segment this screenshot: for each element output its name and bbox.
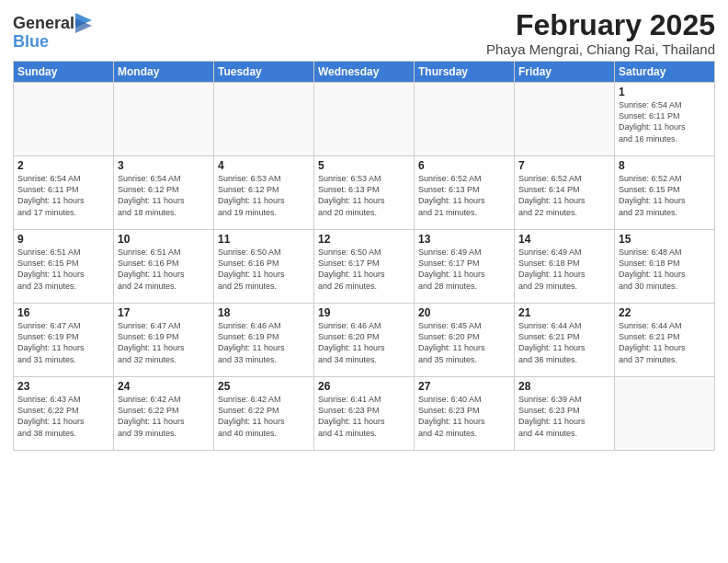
day-number: 6 <box>418 159 510 172</box>
table-row: 16Sunrise: 6:47 AM Sunset: 6:19 PM Dayli… <box>14 304 114 377</box>
calendar-header-row: Sunday Monday Tuesday Wednesday Thursday… <box>14 62 715 83</box>
col-wednesday: Wednesday <box>314 62 415 83</box>
table-row: 4Sunrise: 6:53 AM Sunset: 6:12 PM Daylig… <box>214 156 314 230</box>
col-sunday: Sunday <box>14 62 114 83</box>
day-info: Sunrise: 6:52 AM Sunset: 6:14 PM Dayligh… <box>518 173 610 218</box>
table-row: 2Sunrise: 6:54 AM Sunset: 6:11 PM Daylig… <box>14 156 114 230</box>
day-info: Sunrise: 6:52 AM Sunset: 6:15 PM Dayligh… <box>619 173 711 218</box>
table-row: 14Sunrise: 6:49 AM Sunset: 6:18 PM Dayli… <box>515 230 615 304</box>
calendar-week-row: 16Sunrise: 6:47 AM Sunset: 6:19 PM Dayli… <box>14 304 715 377</box>
table-row: 8Sunrise: 6:52 AM Sunset: 6:15 PM Daylig… <box>615 156 715 230</box>
day-info: Sunrise: 6:45 AM Sunset: 6:20 PM Dayligh… <box>418 320 510 365</box>
day-number: 16 <box>17 306 109 319</box>
day-number: 2 <box>17 159 109 172</box>
day-info: Sunrise: 6:47 AM Sunset: 6:19 PM Dayligh… <box>17 320 109 365</box>
day-number: 3 <box>118 159 210 172</box>
header: General Blue February 2025 Phaya Mengrai… <box>13 9 715 57</box>
table-row: 19Sunrise: 6:46 AM Sunset: 6:20 PM Dayli… <box>314 304 415 377</box>
day-number: 13 <box>418 233 510 246</box>
col-saturday: Saturday <box>615 62 715 83</box>
day-number: 23 <box>17 380 109 393</box>
day-info: Sunrise: 6:46 AM Sunset: 6:19 PM Dayligh… <box>218 320 310 365</box>
table-row: 17Sunrise: 6:47 AM Sunset: 6:19 PM Dayli… <box>114 304 214 377</box>
day-info: Sunrise: 6:42 AM Sunset: 6:22 PM Dayligh… <box>218 394 310 439</box>
table-row: 20Sunrise: 6:45 AM Sunset: 6:20 PM Dayli… <box>415 304 515 377</box>
table-row <box>214 83 314 156</box>
table-row <box>314 83 415 156</box>
calendar-week-row: 2Sunrise: 6:54 AM Sunset: 6:11 PM Daylig… <box>14 156 715 230</box>
day-info: Sunrise: 6:46 AM Sunset: 6:20 PM Dayligh… <box>318 320 410 365</box>
day-info: Sunrise: 6:44 AM Sunset: 6:21 PM Dayligh… <box>619 320 711 365</box>
table-row: 25Sunrise: 6:42 AM Sunset: 6:22 PM Dayli… <box>214 377 314 451</box>
table-row: 26Sunrise: 6:41 AM Sunset: 6:23 PM Dayli… <box>314 377 415 451</box>
calendar-week-row: 1Sunrise: 6:54 AM Sunset: 6:11 PM Daylig… <box>14 83 715 156</box>
day-number: 5 <box>318 159 410 172</box>
title-block: February 2025 Phaya Mengrai, Chiang Rai,… <box>486 9 715 57</box>
day-number: 17 <box>118 306 210 319</box>
col-tuesday: Tuesday <box>214 62 314 83</box>
table-row <box>615 377 715 451</box>
table-row <box>415 83 515 156</box>
day-info: Sunrise: 6:40 AM Sunset: 6:23 PM Dayligh… <box>418 394 510 439</box>
day-info: Sunrise: 6:53 AM Sunset: 6:13 PM Dayligh… <box>318 173 410 218</box>
day-info: Sunrise: 6:44 AM Sunset: 6:21 PM Dayligh… <box>518 320 610 365</box>
col-friday: Friday <box>515 62 615 83</box>
table-row: 6Sunrise: 6:52 AM Sunset: 6:13 PM Daylig… <box>415 156 515 230</box>
day-info: Sunrise: 6:54 AM Sunset: 6:12 PM Dayligh… <box>118 173 210 218</box>
day-number: 14 <box>518 233 610 246</box>
day-number: 21 <box>518 306 610 319</box>
col-thursday: Thursday <box>415 62 515 83</box>
logo-icon <box>75 13 92 33</box>
day-number: 10 <box>118 233 210 246</box>
table-row <box>14 83 114 156</box>
day-info: Sunrise: 6:49 AM Sunset: 6:17 PM Dayligh… <box>418 247 510 292</box>
col-monday: Monday <box>114 62 214 83</box>
day-number: 19 <box>318 306 410 319</box>
logo: General Blue <box>13 13 92 51</box>
day-info: Sunrise: 6:54 AM Sunset: 6:11 PM Dayligh… <box>619 99 711 144</box>
day-number: 15 <box>619 233 711 246</box>
table-row: 23Sunrise: 6:43 AM Sunset: 6:22 PM Dayli… <box>14 377 114 451</box>
day-info: Sunrise: 6:41 AM Sunset: 6:23 PM Dayligh… <box>318 394 410 439</box>
day-info: Sunrise: 6:51 AM Sunset: 6:15 PM Dayligh… <box>17 247 109 292</box>
table-row: 1Sunrise: 6:54 AM Sunset: 6:11 PM Daylig… <box>615 83 715 156</box>
day-info: Sunrise: 6:42 AM Sunset: 6:22 PM Dayligh… <box>118 394 210 439</box>
day-number: 27 <box>418 380 510 393</box>
logo-blue: Blue <box>13 32 49 51</box>
table-row: 11Sunrise: 6:50 AM Sunset: 6:16 PM Dayli… <box>214 230 314 304</box>
day-number: 20 <box>418 306 510 319</box>
table-row: 5Sunrise: 6:53 AM Sunset: 6:13 PM Daylig… <box>314 156 415 230</box>
day-info: Sunrise: 6:52 AM Sunset: 6:13 PM Dayligh… <box>418 173 510 218</box>
day-info: Sunrise: 6:54 AM Sunset: 6:11 PM Dayligh… <box>17 173 109 218</box>
day-number: 25 <box>218 380 310 393</box>
day-number: 11 <box>218 233 310 246</box>
day-info: Sunrise: 6:48 AM Sunset: 6:18 PM Dayligh… <box>619 247 711 292</box>
table-row: 12Sunrise: 6:50 AM Sunset: 6:17 PM Dayli… <box>314 230 415 304</box>
day-number: 18 <box>218 306 310 319</box>
table-row: 21Sunrise: 6:44 AM Sunset: 6:21 PM Dayli… <box>515 304 615 377</box>
day-info: Sunrise: 6:39 AM Sunset: 6:23 PM Dayligh… <box>518 394 610 439</box>
page: General Blue February 2025 Phaya Mengrai… <box>0 0 728 458</box>
day-number: 4 <box>218 159 310 172</box>
table-row: 10Sunrise: 6:51 AM Sunset: 6:16 PM Dayli… <box>114 230 214 304</box>
table-row: 13Sunrise: 6:49 AM Sunset: 6:17 PM Dayli… <box>415 230 515 304</box>
table-row: 15Sunrise: 6:48 AM Sunset: 6:18 PM Dayli… <box>615 230 715 304</box>
calendar-week-row: 23Sunrise: 6:43 AM Sunset: 6:22 PM Dayli… <box>14 377 715 451</box>
day-info: Sunrise: 6:43 AM Sunset: 6:22 PM Dayligh… <box>17 394 109 439</box>
table-row: 9Sunrise: 6:51 AM Sunset: 6:15 PM Daylig… <box>14 230 114 304</box>
day-info: Sunrise: 6:51 AM Sunset: 6:16 PM Dayligh… <box>118 247 210 292</box>
day-info: Sunrise: 6:47 AM Sunset: 6:19 PM Dayligh… <box>118 320 210 365</box>
day-number: 12 <box>318 233 410 246</box>
table-row: 3Sunrise: 6:54 AM Sunset: 6:12 PM Daylig… <box>114 156 214 230</box>
day-info: Sunrise: 6:53 AM Sunset: 6:12 PM Dayligh… <box>218 173 310 218</box>
table-row: 18Sunrise: 6:46 AM Sunset: 6:19 PM Dayli… <box>214 304 314 377</box>
day-info: Sunrise: 6:50 AM Sunset: 6:16 PM Dayligh… <box>218 247 310 292</box>
table-row: 27Sunrise: 6:40 AM Sunset: 6:23 PM Dayli… <box>415 377 515 451</box>
table-row <box>515 83 615 156</box>
day-number: 26 <box>318 380 410 393</box>
logo-general: General <box>13 15 74 31</box>
day-info: Sunrise: 6:49 AM Sunset: 6:18 PM Dayligh… <box>518 247 610 292</box>
calendar-week-row: 9Sunrise: 6:51 AM Sunset: 6:15 PM Daylig… <box>14 230 715 304</box>
day-info: Sunrise: 6:50 AM Sunset: 6:17 PM Dayligh… <box>318 247 410 292</box>
day-number: 22 <box>619 306 711 319</box>
